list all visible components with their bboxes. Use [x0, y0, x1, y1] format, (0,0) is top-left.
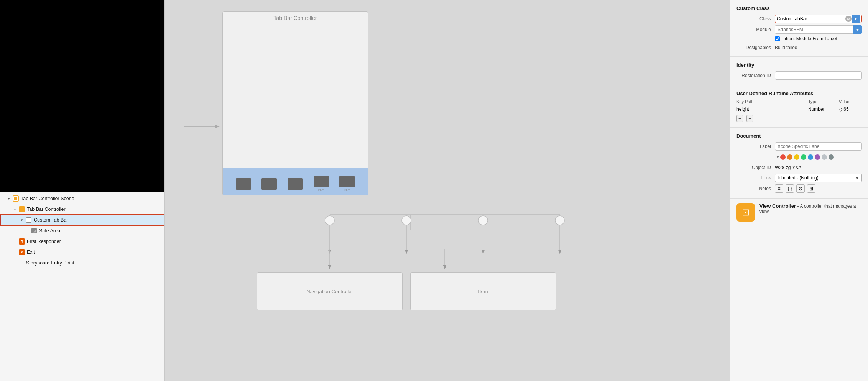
safe-area-label: Safe Area [39, 228, 161, 233]
tab-bar-items: Item Item [223, 176, 368, 192]
storyboard-entry-label: Storyboard Entry Point [26, 260, 161, 266]
tree-item-tab-bar-controller[interactable]: Tab Bar Controller [0, 204, 164, 215]
row-key-path: height [736, 107, 808, 112]
first-responder-label: First Responder [27, 239, 161, 244]
svg-point-18 [555, 216, 564, 225]
designables-row: Designables Build failed [730, 43, 868, 53]
svg-point-16 [402, 216, 411, 225]
tab-icon-1 [236, 178, 251, 190]
notes-btn-3[interactable]: ⊙ [796, 184, 805, 193]
notes-icons: ≡ { } ⊙ ⊞ [775, 184, 815, 193]
identity-section: Identity Restoration ID [730, 57, 868, 85]
user-defined-row-height: height Number ◇ 65 [730, 105, 868, 113]
color-blue[interactable] [808, 154, 813, 160]
notes-row: Notes ≡ { } ⊙ ⊞ [730, 183, 868, 194]
entry-point-icon: → [18, 259, 25, 266]
class-clear-button[interactable]: ⊗ [845, 16, 852, 22]
tab-bar-controller-scene: Tab Bar Controller Item [222, 11, 368, 195]
canvas-preview [0, 0, 164, 192]
color-light-gray[interactable] [822, 154, 827, 160]
tab-item-5: Item [339, 176, 355, 192]
tab-icon-3 [288, 178, 303, 190]
custom-class-section: Custom Class Class ⊗ ▼ Module ▼ Inherit … [730, 0, 868, 57]
disclosure-tabbar[interactable] [12, 207, 18, 212]
class-input-container: ⊗ ▼ [775, 15, 862, 23]
tab-bar-controller-label: Tab Bar Controller [27, 207, 161, 212]
col-key-path: Key Path [736, 99, 808, 104]
col-type: Type [808, 99, 839, 104]
restoration-id-input[interactable] [775, 71, 862, 80]
color-yellow[interactable] [794, 154, 799, 160]
lock-dropdown[interactable]: Inherited - (Nothing) ▼ [775, 174, 862, 182]
user-defined-header: User Defined Runtime Attributes [730, 89, 868, 99]
object-id-label: Object ID [736, 165, 771, 170]
color-green[interactable] [801, 154, 806, 160]
exit-label: Exit [27, 250, 161, 255]
custom-tab-bar-icon [25, 217, 32, 223]
inherit-label: Inherit Module From Target [782, 36, 837, 41]
class-input[interactable] [777, 16, 845, 21]
add-remove-row: + − [730, 113, 868, 123]
tab-item-4: Item [314, 176, 329, 192]
remove-attribute-button[interactable]: − [746, 115, 753, 122]
module-field-row: Module ▼ [730, 24, 868, 35]
notes-btn-4[interactable]: ⊞ [807, 184, 815, 193]
svg-point-15 [325, 216, 334, 225]
color-red[interactable] [780, 154, 786, 160]
tab-label-4: Item [318, 188, 325, 192]
view-controller-info: View Controller - A controller that mana… [730, 198, 868, 226]
color-orange[interactable] [787, 154, 792, 160]
tree-item-first-responder[interactable]: First Responder [0, 236, 164, 247]
doc-label-input[interactable] [775, 142, 862, 151]
tree-item-tab-bar-controller-scene[interactable]: Tab Bar Controller Scene [0, 193, 164, 204]
lock-dropdown-arrow[interactable]: ▼ [855, 176, 859, 180]
restoration-id-label: Restoration ID [736, 73, 771, 78]
first-responder-icon [18, 238, 25, 245]
view-controller-icon [736, 203, 755, 222]
item-scene-label: Item [411, 273, 556, 310]
module-input[interactable] [775, 25, 853, 34]
row-value: ◇ 65 [839, 107, 862, 112]
inherit-checkbox[interactable] [775, 36, 780, 41]
user-defined-table-header: Key Path Type Value [730, 99, 868, 105]
color-dots-row: ✕ [730, 152, 868, 163]
notes-label: Notes [736, 186, 771, 191]
disclosure-custom-tab-bar[interactable] [19, 217, 25, 223]
tab-icon-4 [314, 176, 329, 187]
notes-btn-2[interactable]: { } [786, 184, 794, 193]
doc-label-label: Label [736, 144, 771, 149]
color-dark-gray[interactable] [829, 154, 834, 160]
tab-bar-controller-scene-label: Tab Bar Controller [223, 12, 368, 21]
class-dropdown-button[interactable]: ▼ [852, 15, 860, 23]
custom-tab-bar-label: Custom Tab Bar [34, 217, 161, 223]
tab-item-2 [261, 178, 277, 190]
disclosure-scene[interactable] [6, 196, 12, 201]
tree-item-safe-area[interactable]: Safe Area [0, 225, 164, 236]
designables-value: Build failed [775, 45, 797, 50]
object-id-row: Object ID W28-zg-YXA [730, 163, 868, 172]
tree-item-storyboard-entry[interactable]: → Storyboard Entry Point [0, 258, 164, 268]
tab-item-3 [288, 178, 303, 190]
restoration-id-row: Restoration ID [730, 70, 868, 81]
x-button[interactable]: ✕ [775, 154, 780, 160]
label-field-row: Label [730, 141, 868, 152]
lock-label: Lock [736, 175, 771, 181]
center-canvas: Tab Bar Controller Item [165, 0, 730, 381]
tabbar-ctrl-icon [18, 206, 25, 213]
notes-btn-1[interactable]: ≡ [775, 184, 783, 193]
add-attribute-button[interactable]: + [736, 115, 743, 122]
nav-controller-scene: Navigation Controller [257, 272, 403, 310]
outline-tree: Tab Bar Controller Scene Tab Bar Control… [0, 192, 164, 381]
tree-item-exit[interactable]: Exit [0, 247, 164, 258]
left-panel: Tab Bar Controller Scene Tab Bar Control… [0, 0, 165, 381]
item-scene: Item [410, 272, 556, 310]
class-label: Class [736, 16, 771, 21]
object-id-value: W28-zg-YXA [775, 165, 801, 170]
color-purple[interactable] [815, 154, 820, 160]
custom-class-header: Custom Class [730, 4, 868, 13]
inherit-checkbox-row: Inherit Module From Target [730, 35, 868, 43]
tree-item-custom-tab-bar[interactable]: Custom Tab Bar [0, 215, 164, 225]
module-dropdown-button[interactable]: ▼ [853, 25, 862, 34]
view-controller-text: View Controller - A controller that mana… [760, 203, 862, 214]
exit-icon [18, 249, 25, 256]
